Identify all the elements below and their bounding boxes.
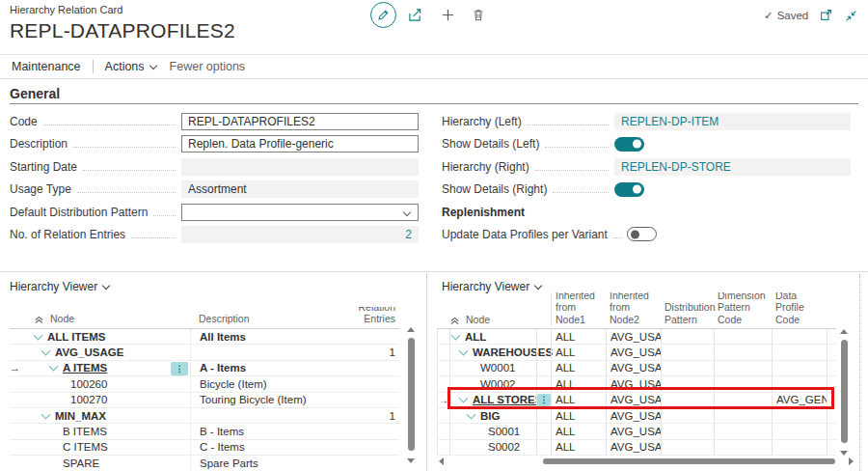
open-in-window-button[interactable]: [820, 9, 832, 21]
chevron-down-icon[interactable]: [403, 208, 411, 215]
hierarchy-tree-row[interactable]: MIN_MAX 1: [10, 408, 399, 424]
scrollbar-thumb[interactable]: [841, 340, 848, 443]
node-cell[interactable]: 100260: [23, 376, 190, 391]
hierarchy-tree-row[interactable]: B ITEMS B - Items: [10, 424, 399, 439]
collapse-all-icon[interactable]: [450, 317, 459, 325]
hierarchy-tree-row[interactable]: WAREHOUSES ALL AVG_USAGE: [437, 345, 836, 360]
scroll-left-arrow[interactable]: [439, 457, 444, 465]
description-cell: Touring Bicycle (Item): [190, 393, 344, 407]
scroll-up-arrow[interactable]: [407, 327, 415, 332]
distribution-pattern-cell: [662, 440, 715, 455]
field-value[interactable]: REPL-DATAPROFILES2: [181, 113, 419, 130]
hierarchy-tree-row[interactable]: W0001 ALL AVG_USAGE: [437, 361, 836, 376]
dotted-leader: [131, 236, 176, 238]
field-row: Show Details (Left): [442, 135, 851, 152]
hierarchy-tree-row[interactable]: S0002 ALL AVG_USAGE: [437, 440, 836, 456]
node-cell[interactable]: W0002: [450, 376, 536, 391]
toggle-switch[interactable]: [627, 227, 657, 241]
node-cell[interactable]: 100270: [23, 393, 190, 407]
field-value[interactable]: Replen. Data Profile-generic: [181, 135, 419, 152]
node-cell[interactable]: A ITEMS ⋮: [23, 361, 190, 375]
inherited-node1-cell: ALL: [552, 361, 607, 375]
chevron-down-icon[interactable]: [467, 409, 476, 419]
dimension-pattern-code-cell: [715, 361, 773, 375]
menu-item-fewer-options[interactable]: Fewer options: [170, 60, 246, 73]
scroll-right-arrow[interactable]: [849, 457, 854, 465]
column-header-distribution-pattern[interactable]: Distribution Pattern: [661, 301, 714, 325]
field-value[interactable]: [181, 204, 419, 221]
scroll-up-arrow[interactable]: [840, 329, 848, 334]
menu-item-actions[interactable]: Actions: [105, 60, 156, 73]
toggle-switch[interactable]: [614, 137, 644, 152]
row-selector-cell: [438, 361, 450, 375]
vertical-scrollbar[interactable]: [839, 329, 849, 456]
node-cell[interactable]: S0001: [450, 424, 536, 438]
node-cell[interactable]: MIN_MAX: [23, 408, 190, 423]
node-cell[interactable]: C ITEMS: [23, 440, 190, 455]
column-header-node[interactable]: Node: [50, 313, 74, 324]
scroll-down-arrow[interactable]: [407, 458, 415, 463]
left-viewer-title[interactable]: Hierarchy Viewer: [10, 280, 109, 293]
hierarchy-tree-row[interactable]: S0001 ALL AVG_USAGE: [437, 424, 836, 439]
scrollbar-thumb[interactable]: [408, 338, 415, 451]
hierarchy-link[interactable]: REPLEN-DP-ITEM: [621, 115, 719, 128]
column-header-inherited-node1[interactable]: Inherited from Node1: [551, 292, 606, 325]
row-selector-cell: [438, 329, 450, 344]
chevron-down-icon[interactable]: [41, 409, 51, 419]
column-header-replen-data-profile-code[interactable]: Replen. Data Profile Code: [772, 292, 827, 325]
node-cell[interactable]: BIG: [450, 408, 536, 423]
collapse-page-button[interactable]: [845, 10, 857, 22]
column-header-relation-entries[interactable]: Relation Entries: [344, 307, 399, 324]
column-header-inherited-node2[interactable]: Inherited from Node2: [606, 292, 661, 325]
toggle-switch[interactable]: [614, 182, 644, 197]
vertical-scrollbar[interactable]: [406, 327, 416, 463]
node-cell[interactable]: S0002: [450, 440, 536, 455]
node-label: C ITEMS: [63, 441, 108, 453]
chevron-down-icon[interactable]: [41, 346, 51, 356]
hierarchy-tree-row[interactable]: SPARE Spare Parts: [10, 456, 399, 471]
row-menu-button[interactable]: ⋮: [537, 394, 551, 406]
share-button[interactable]: [408, 8, 422, 22]
column-header-dimension-pattern-code[interactable]: Dimension Pattern Code: [714, 292, 772, 325]
menu-item-maintenance[interactable]: Maintenance: [12, 60, 81, 73]
column-header-description[interactable]: Description: [190, 313, 344, 324]
table-body: ALL ALL AVG_USAGE WAREHOUSES ALL AVG_USA…: [437, 329, 836, 456]
hierarchy-link[interactable]: REPLEN-DP-STORE: [621, 160, 731, 174]
chevron-down-icon[interactable]: [459, 346, 469, 356]
new-button[interactable]: [441, 8, 455, 22]
node-cell[interactable]: B ITEMS: [23, 424, 190, 438]
dimension-pattern-code-cell: [715, 329, 773, 344]
scroll-down-arrow[interactable]: [840, 451, 848, 456]
node-cell[interactable]: ALL STORES: [450, 393, 536, 407]
hierarchy-tree-row[interactable]: W0002 ALL AVG_USAGE: [437, 376, 836, 392]
row-menu-button[interactable]: ⋮: [171, 362, 188, 375]
node-cell[interactable]: WAREHOUSES: [450, 345, 536, 359]
row-menu-cell: [536, 329, 552, 344]
hierarchy-tree-row[interactable]: → ALL STORES ⋮ ALL AVG_USAGE AVG_GEN: [437, 393, 836, 408]
collapse-all-icon[interactable]: [35, 316, 43, 324]
node-cell[interactable]: ALL ITEMS: [23, 329, 190, 344]
hierarchy-tree-row[interactable]: BIG ALL AVG_USAGE: [437, 408, 836, 424]
node-cell[interactable]: SPARE: [23, 456, 190, 470]
chevron-down-icon[interactable]: [459, 394, 469, 403]
scrollbar-thumb[interactable]: [543, 458, 835, 464]
chevron-down-icon[interactable]: [34, 330, 43, 340]
chevron-down-icon[interactable]: [49, 362, 59, 372]
hierarchy-tree-row[interactable]: ALL ITEMS All Items: [10, 329, 399, 345]
hierarchy-tree-row[interactable]: ALL ALL AVG_USAGE: [437, 329, 836, 345]
hierarchy-tree-row[interactable]: 100260 Bicycle (Item): [10, 376, 399, 392]
node-cell[interactable]: ALL: [450, 329, 536, 344]
delete-button[interactable]: [472, 8, 485, 22]
chevron-down-icon[interactable]: [451, 330, 461, 340]
column-header-node[interactable]: Node: [466, 314, 490, 325]
edit-button[interactable]: [370, 2, 396, 28]
hierarchy-tree-row[interactable]: AVG_USAGE 1: [10, 345, 399, 360]
hierarchy-tree-row[interactable]: 100270 Touring Bicycle (Item): [10, 393, 399, 408]
hierarchy-tree-row[interactable]: → A ITEMS ⋮ A - Items: [10, 361, 399, 376]
right-viewer-title[interactable]: Hierarchy Viewer: [442, 280, 541, 293]
hierarchy-tree-row[interactable]: C ITEMS C - Items: [10, 440, 399, 456]
drilldown-value[interactable]: 2: [181, 226, 419, 243]
node-cell[interactable]: W0001: [450, 361, 536, 375]
node-cell[interactable]: AVG_USAGE: [23, 345, 190, 359]
horizontal-scrollbar[interactable]: [439, 457, 854, 465]
